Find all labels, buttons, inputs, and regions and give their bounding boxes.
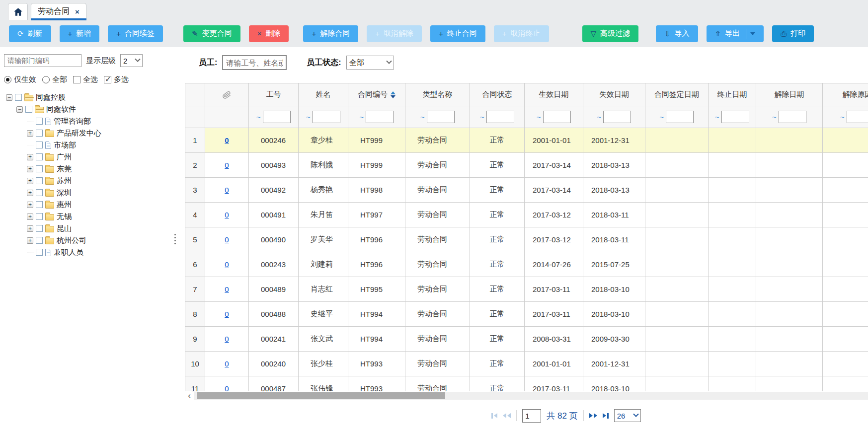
scrollbar-track[interactable] [194, 392, 868, 400]
print-button[interactable]: ⎙打印 [772, 25, 814, 42]
tree-item[interactable]: −同鑫软件 [4, 103, 168, 115]
table-row[interactable]: 30000492杨秀艳HT998劳动合同正常2017-03-142018-03-… [185, 178, 868, 203]
attachment-count-link[interactable]: 0 [225, 260, 229, 269]
import-button[interactable]: ⇩导入 [656, 25, 698, 42]
filter-input-effective-date[interactable] [543, 111, 571, 123]
cancel-terminate-button[interactable]: +取消终止 [494, 25, 549, 42]
attachment-count-link[interactable]: 0 [225, 384, 229, 391]
cancel-rescind-button[interactable]: +取消解除 [367, 25, 422, 42]
table-row[interactable]: 10000246章少桂HT999劳动合同正常2001-01-012001-12-… [185, 128, 868, 153]
prev-page-button[interactable] [503, 413, 511, 418]
tree-checkbox[interactable] [36, 153, 43, 160]
table-row[interactable]: 100000240张少桂HT993劳动合同正常2001-01-012001-12… [185, 352, 868, 376]
filter-input-rescind-reason[interactable] [847, 111, 868, 123]
attachment-count-link[interactable]: 0 [225, 235, 229, 244]
attachment-count-link[interactable]: 0 [225, 359, 229, 368]
change-contract-button[interactable]: ✎变更合同 [183, 25, 240, 42]
tree-item[interactable]: +广州 [4, 151, 168, 163]
tree-item[interactable]: −同鑫控股 [4, 91, 168, 103]
tree-expand-icon[interactable]: + [27, 130, 33, 137]
table-row[interactable]: 20000493陈利娥HT999劳动合同正常2017-03-142018-03-… [185, 153, 868, 178]
tree-checkbox[interactable] [36, 142, 43, 148]
attachment-count-link[interactable]: 0 [225, 335, 229, 343]
tab-labor-contract[interactable]: 劳动合同 × [31, 3, 86, 20]
filter-input-emp-no[interactable] [263, 111, 291, 123]
checkbox-multi-select[interactable] [104, 76, 111, 83]
checkbox-select-all[interactable] [73, 76, 80, 83]
add-button[interactable]: +新增 [60, 25, 100, 42]
scroll-left-icon[interactable]: ‹ [185, 391, 194, 400]
first-page-button[interactable] [491, 413, 497, 419]
table-row[interactable]: 60000243刘建莉HT996劳动合同正常2014-07-262015-07-… [185, 252, 868, 277]
table-row[interactable]: 50000490罗美华HT996劳动合同正常2017-03-122018-03-… [185, 227, 868, 252]
tree-expand-icon[interactable]: + [27, 154, 33, 160]
filter-input-sign-date[interactable] [666, 111, 694, 123]
tree-expand-icon[interactable]: + [27, 202, 33, 208]
attachment-count-link[interactable]: 0 [225, 186, 229, 194]
table-row[interactable]: 40000491朱月笛HT997劳动合同正常2017-03-122018-03-… [185, 203, 868, 227]
page-size-select[interactable]: 26 [614, 409, 641, 422]
tree-checkbox[interactable] [36, 225, 43, 232]
export-button[interactable]: ⇧导出 [707, 25, 764, 42]
tree-collapse-icon[interactable]: − [16, 106, 23, 113]
table-row[interactable]: 110000487张伟锋HT993劳动合同正常2017-03-112018-03… [185, 376, 868, 392]
filter-input-type-name[interactable] [427, 111, 455, 123]
tree-item[interactable]: 市场部 [4, 139, 168, 151]
tree-expand-icon[interactable]: + [27, 166, 33, 172]
tree-checkbox[interactable] [36, 118, 43, 125]
tree-checkbox[interactable] [36, 189, 43, 196]
employee-status-select[interactable]: 全部 [346, 56, 394, 70]
tree-item[interactable]: +东莞 [4, 163, 168, 175]
filter-input-terminate-date[interactable] [721, 111, 749, 123]
advanced-filter-button[interactable]: ▽高级过滤 [582, 25, 639, 42]
contract-renew-button[interactable]: +合同续签 [108, 25, 163, 42]
table-row[interactable]: 80000488史继平HT994劳动合同正常2017-03-112018-03-… [185, 302, 868, 327]
tree-item[interactable]: +昆山 [4, 222, 168, 234]
radio-effective-only[interactable] [4, 76, 11, 83]
next-page-button[interactable] [589, 413, 597, 418]
tree-expand-icon[interactable]: + [27, 237, 33, 244]
tree-expand-icon[interactable]: + [27, 225, 33, 232]
tree-checkbox[interactable] [36, 130, 43, 137]
table-row[interactable]: 90000241张文武HT994劳动合同正常2008-03-312009-03-… [185, 327, 868, 352]
tree-checkbox[interactable] [36, 213, 43, 220]
attachment-count-link[interactable]: 0 [225, 211, 229, 219]
tree-expand-icon[interactable]: + [27, 190, 33, 196]
attachment-count-link[interactable]: 0 [225, 285, 229, 293]
tab-home[interactable] [8, 3, 28, 20]
employee-search-input[interactable] [222, 55, 287, 70]
tree-item[interactable]: +无锡 [4, 211, 168, 222]
filter-input-name[interactable] [313, 111, 340, 123]
tree-item[interactable]: +杭州公司 [4, 234, 168, 246]
filter-input-expiry-date[interactable] [603, 111, 631, 123]
tree-item[interactable]: +苏州 [4, 175, 168, 187]
level-select[interactable]: 2 [120, 54, 143, 67]
delete-button[interactable]: ×删除 [249, 25, 289, 42]
tree-checkbox[interactable] [36, 201, 43, 208]
filter-input-contract-no[interactable] [366, 111, 394, 123]
tree-item[interactable]: +深圳 [4, 187, 168, 199]
column-header-contract-no[interactable]: 合同编号 [348, 83, 405, 106]
radio-all[interactable] [42, 76, 50, 83]
refresh-button[interactable]: ⟳刷新 [9, 25, 51, 42]
panel-splitter[interactable] [171, 47, 178, 431]
close-icon[interactable]: × [75, 8, 79, 15]
tree-checkbox[interactable] [36, 237, 43, 244]
tree-checkbox[interactable] [15, 94, 22, 101]
attachment-count-link[interactable]: 0 [225, 161, 229, 169]
tree-expand-icon[interactable]: + [27, 178, 33, 184]
dept-code-input[interactable] [4, 54, 81, 67]
last-page-button[interactable] [603, 413, 609, 419]
attachment-count-link[interactable]: 0 [225, 136, 229, 144]
tree-checkbox[interactable] [36, 177, 43, 184]
tree-item[interactable]: 兼职人员 [4, 246, 168, 258]
table-row[interactable]: 70000489肖志红HT995劳动合同正常2017-03-112018-03-… [185, 277, 868, 302]
tree-collapse-icon[interactable]: − [6, 94, 12, 101]
tree-item[interactable]: +惠州 [4, 199, 168, 211]
attachment-count-link[interactable]: 0 [225, 310, 229, 318]
filter-input-rescind-date[interactable] [779, 111, 806, 123]
terminate-contract-button[interactable]: +终止合同 [430, 25, 485, 42]
sort-icon[interactable] [391, 91, 395, 98]
tree-checkbox[interactable] [36, 165, 43, 172]
tree-checkbox[interactable] [36, 249, 43, 256]
